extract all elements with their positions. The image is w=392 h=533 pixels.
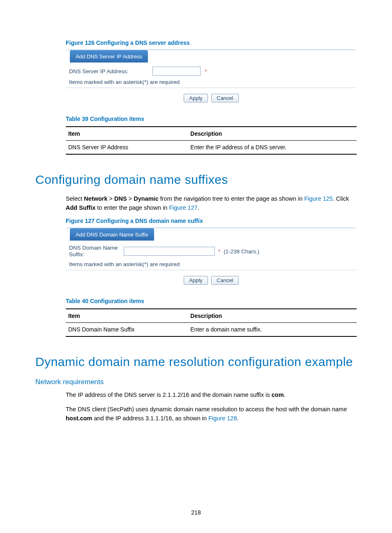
table-header-item: Item — [66, 127, 188, 141]
apply-button[interactable]: Apply — [184, 276, 208, 285]
table-header-item: Item — [66, 309, 188, 323]
figure-127-screenshot: Add DNS Domain Name Suffix DNS Domain Na… — [66, 227, 357, 285]
figure-126-screenshot: Add DNS Server IP Address DNS Server IP … — [66, 49, 357, 103]
figure-127-caption: Figure 127 Configuring a DNS domain name… — [66, 218, 357, 224]
table-40: Item Description DNS Domain Name Suffix … — [66, 308, 357, 337]
dns-server-ip-label: DNS Server IP Address: — [69, 68, 149, 74]
apply-button[interactable]: Apply — [184, 94, 208, 102]
required-note: Items marked with an asterisk(*) are req… — [69, 261, 353, 267]
paragraph-dns-server-ip: The IP address of the DNS server is 2.1.… — [66, 390, 357, 399]
required-asterisk: * — [205, 68, 207, 74]
paragraph-select-network: Select Network > DNS > Dynamic from the … — [66, 194, 357, 213]
link-figure-128[interactable]: Figure 128 — [208, 415, 237, 422]
figure-126-caption: Figure 126 Configuring a DNS server addr… — [66, 39, 357, 46]
dns-domain-suffix-input[interactable] — [124, 247, 215, 256]
cancel-button[interactable]: Cancel — [211, 94, 238, 102]
required-note: Items marked with an asterisk(*) are req… — [69, 79, 353, 85]
page-number: 218 — [0, 509, 392, 516]
table-header-description: Description — [188, 309, 357, 323]
table-39: Item Description DNS Server IP Address E… — [66, 126, 357, 155]
heading-configuring-domain-suffixes: Configuring domain name suffixes — [35, 173, 357, 187]
table-header-description: Description — [188, 127, 357, 141]
link-figure-125[interactable]: Figure 125 — [304, 195, 332, 202]
table-row: DNS Domain Name Suffix Enter a domain na… — [66, 323, 357, 337]
panel-title: Add DNS Server IP Address — [70, 50, 148, 63]
required-asterisk: * — [218, 248, 220, 255]
dns-domain-suffix-label: DNS Domain Name Suffix: — [69, 245, 120, 258]
subheading-network-requirements: Network requirements — [35, 378, 357, 386]
field-hint: (1-238 Chars.) — [224, 248, 259, 255]
panel-title: Add DNS Domain Name Suffix — [70, 228, 154, 241]
table-39-caption: Table 39 Configuration items — [66, 116, 357, 122]
table-row: DNS Server IP Address Enter the IP addre… — [66, 141, 357, 155]
heading-dynamic-resolution-example: Dynamic domain name resolution configura… — [35, 355, 357, 369]
dns-server-ip-input[interactable] — [152, 67, 201, 76]
paragraph-dns-client: The DNS client (SecPath) uses dynamic do… — [66, 405, 357, 423]
link-figure-127[interactable]: Figure 127 — [169, 204, 197, 211]
table-40-caption: Table 40 Configuration items — [66, 298, 357, 304]
cancel-button[interactable]: Cancel — [211, 276, 238, 285]
